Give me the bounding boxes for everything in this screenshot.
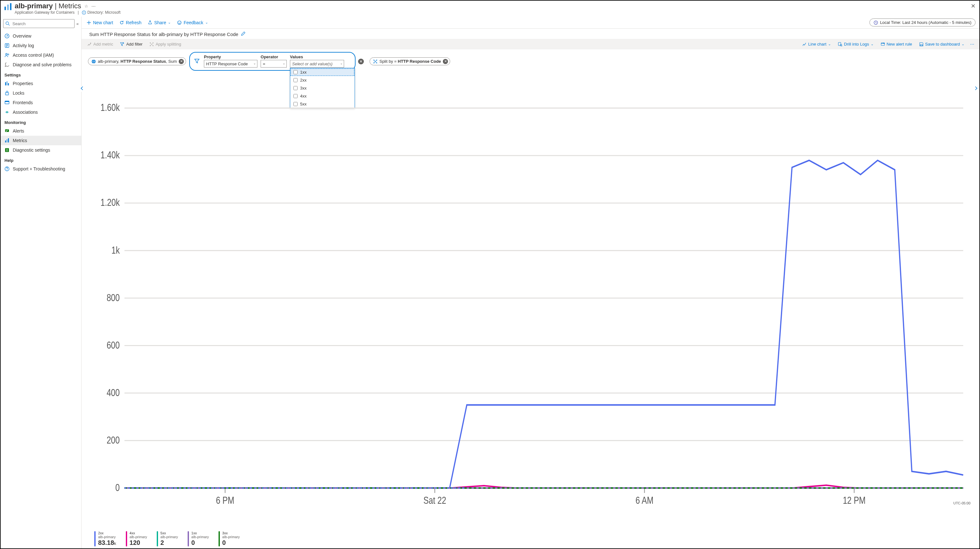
share-button[interactable]: Share ⌄ — [146, 19, 172, 27]
drill-into-logs-button[interactable]: Drill into Logs ⌄ — [837, 41, 875, 48]
more-actions-icon[interactable]: ⋯ — [970, 42, 975, 46]
svg-rect-0 — [5, 7, 6, 10]
timezone-label: UTC-05:00 — [953, 501, 970, 505]
remove-split-icon[interactable]: ✕ — [443, 59, 448, 64]
split-by-pill[interactable]: Split by = HTTP Response Code ✕ — [369, 57, 450, 65]
svg-text:6 PM: 6 PM — [216, 495, 234, 506]
svg-text:600: 600 — [107, 340, 120, 350]
svg-rect-22 — [8, 138, 9, 142]
remove-filter-icon[interactable]: ✕ — [358, 59, 364, 64]
search-input[interactable] — [3, 19, 75, 28]
sidebar-item-label: Properties — [13, 81, 33, 86]
new-alert-rule-button[interactable]: New alert rule — [879, 41, 913, 48]
remove-metric-icon[interactable]: ✕ — [179, 59, 184, 64]
svg-point-26 — [178, 21, 181, 24]
legend-item-4xx[interactable]: 4xxalb-primary120 — [126, 531, 147, 546]
sidebar-item-label: Alerts — [13, 129, 24, 134]
page-header: alb-primary | Metrics ☆ ⋯ Application Ga… — [1, 1, 979, 17]
chart-title: Sum HTTP Response Status for alb-primary… — [89, 32, 238, 37]
line-chart[interactable]: 1.60k1.40k1.20k1k80060040020006 PMSat 22… — [90, 76, 971, 527]
alerts-icon — [5, 129, 10, 134]
sidebar-item-label: Activity log — [13, 43, 34, 48]
legend-item-1xx[interactable]: 1xxalb-primary0 — [188, 531, 209, 546]
legend-series: 4xx — [130, 531, 147, 535]
sidebar-item-locks[interactable]: Locks — [1, 88, 81, 98]
refresh-button[interactable]: Refresh — [118, 19, 143, 27]
sidebar-item-label: Diagnostic settings — [13, 148, 50, 153]
legend-value: 83.18k — [98, 539, 116, 546]
svg-text:400: 400 — [107, 387, 120, 398]
svg-text:1.20k: 1.20k — [100, 197, 119, 208]
svg-rect-16 — [5, 93, 9, 95]
sidebar-item-overview[interactable]: Overview — [1, 31, 81, 41]
expand-chart-icon[interactable] — [974, 86, 978, 92]
values-select[interactable]: Select or add value(s)⌄ — [290, 60, 344, 68]
feedback-button[interactable]: Feedback ⌄ — [176, 19, 209, 27]
add-filter-button[interactable]: Add filter — [119, 41, 144, 48]
svg-text:1.60k: 1.60k — [100, 102, 119, 113]
new-chart-button[interactable]: New chart — [85, 19, 115, 27]
sidebar-item-alerts[interactable]: Alerts — [1, 126, 81, 136]
property-select[interactable]: HTTP Response Code⌄ — [204, 60, 258, 68]
filters-row: alb-primary, HTTP Response Status, Sum ✕… — [81, 49, 979, 73]
legend-value: 0 — [223, 539, 240, 546]
support-icon — [5, 166, 10, 172]
sidebar-item-properties[interactable]: Properties — [1, 79, 81, 88]
svg-text:Sat 22: Sat 22 — [423, 495, 446, 506]
legend-resource: alb-primary — [223, 535, 240, 539]
chevron-down-icon: ⌄ — [828, 42, 831, 46]
sidebar-item-label: Associations — [13, 110, 38, 115]
svg-text:1k: 1k — [111, 245, 120, 256]
sidebar-item-activity[interactable]: Activity log — [1, 41, 81, 50]
nav-group-help: Help — [1, 155, 81, 164]
sidebar-item-iam[interactable]: Access control (IAM) — [1, 50, 81, 60]
svg-line-7 — [8, 24, 10, 25]
svg-rect-4 — [84, 12, 84, 13]
time-range-selector[interactable]: Local Time: Last 24 hours (Automatic - 5… — [869, 19, 975, 27]
property-label: Property — [204, 54, 258, 59]
save-to-dashboard-button[interactable]: Save to dashboard⌄ — [918, 41, 966, 48]
svg-text:800: 800 — [107, 292, 120, 303]
sidebar-item-diag[interactable]: Diagnose and solve problems — [1, 60, 81, 70]
sidebar-item-support[interactable]: Support + Troubleshooting — [1, 164, 81, 173]
info-icon — [82, 11, 86, 15]
legend-resource: alb-primary — [161, 535, 178, 539]
svg-rect-21 — [7, 139, 8, 142]
nav-group-settings: Settings — [1, 70, 81, 79]
svg-point-28 — [180, 22, 181, 22]
associations-icon — [5, 110, 10, 115]
sidebar-item-label: Overview — [13, 33, 31, 38]
edit-title-icon[interactable] — [241, 31, 246, 37]
legend-item-3xx[interactable]: 3xxalb-primary0 — [218, 531, 240, 546]
clock-icon — [873, 21, 878, 25]
diag-icon — [5, 62, 10, 67]
chevron-down-icon: ⌄ — [961, 42, 964, 46]
sidebar: « OverviewActivity logAccess control (IA… — [1, 17, 81, 548]
main-content: New chart Refresh Share ⌄ Feedback ⌄ Loc… — [81, 17, 979, 548]
legend-item-2xx[interactable]: 2xxalb-primary83.18k — [94, 531, 116, 546]
legend-item-5xx[interactable]: 5xxalb-primary2 — [157, 531, 178, 546]
sidebar-item-label: Diagnose and solve problems — [13, 62, 72, 67]
svg-text:200: 200 — [107, 434, 120, 446]
close-icon[interactable]: ✕ — [971, 3, 975, 10]
legend-resource: alb-primary — [191, 535, 209, 539]
search-icon — [5, 21, 10, 26]
sidebar-item-associations[interactable]: Associations — [1, 107, 81, 117]
sidebar-item-diagset[interactable]: Diagnostic settings — [1, 145, 81, 155]
locks-icon — [5, 91, 10, 95]
svg-rect-20 — [5, 140, 6, 142]
sidebar-item-frontends[interactable]: Frontends — [1, 98, 81, 107]
chart-type-selector[interactable]: Line chart ⌄ — [801, 41, 832, 48]
filter-editor: Property HTTP Response Code⌄ Operator =⌄… — [189, 52, 356, 71]
favorite-icon[interactable]: ☆ — [84, 4, 88, 9]
apply-splitting-button[interactable]: Apply splitting — [148, 41, 182, 48]
add-metric-button[interactable]: Add metric — [86, 41, 115, 48]
chevron-down-icon: ⌄ — [340, 62, 342, 65]
sidebar-item-metrics[interactable]: Metrics — [1, 136, 81, 145]
iam-icon — [5, 53, 10, 58]
more-menu-icon[interactable]: ⋯ — [91, 4, 95, 9]
operator-select[interactable]: =⌄ — [261, 60, 287, 68]
metric-pill[interactable]: alb-primary, HTTP Response Status, Sum ✕ — [88, 57, 186, 65]
collapse-sidebar-icon[interactable]: « — [76, 21, 79, 26]
sidebar-item-label: Support + Troubleshooting — [13, 166, 65, 172]
